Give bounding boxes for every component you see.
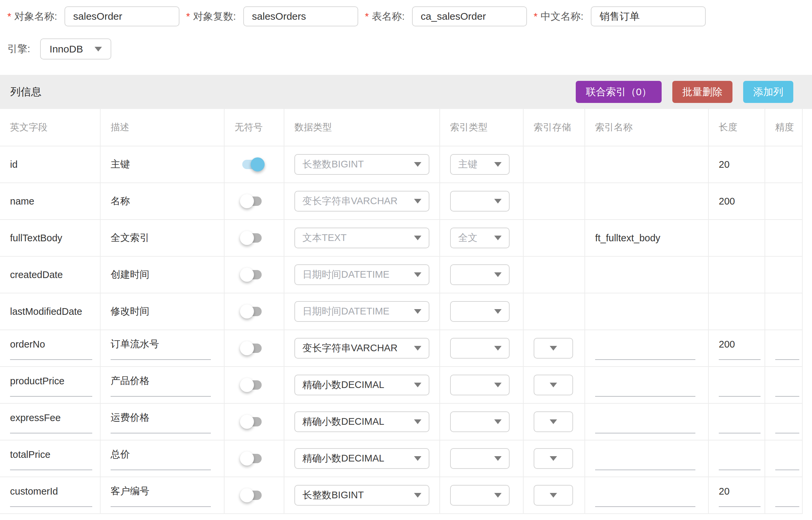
unsigned-toggle[interactable]	[242, 454, 262, 463]
field-name-input[interactable]	[10, 337, 92, 360]
unsigned-toggle[interactable]	[242, 270, 262, 279]
indextype-select[interactable]	[450, 191, 509, 211]
indextype-select[interactable]	[450, 374, 509, 395]
cell-description	[101, 440, 225, 476]
engine-select[interactable]: InnoDB	[40, 38, 111, 59]
indexstorage-select[interactable]	[534, 485, 573, 505]
cell-index-storage	[524, 404, 585, 440]
add-column-button[interactable]: 添加列	[743, 81, 793, 103]
cell-unsigned	[225, 220, 284, 256]
datatype-select[interactable]: 文本TEXT	[294, 228, 429, 248]
description-text: 名称	[111, 194, 130, 208]
indextype-select[interactable]: 全文	[450, 228, 509, 248]
description-input[interactable]	[111, 373, 211, 397]
cell-index-type	[440, 293, 524, 330]
table-name-input[interactable]	[412, 6, 527, 26]
description-input[interactable]	[111, 337, 211, 360]
datatype-select[interactable]: 变长字符串VARCHAR	[294, 338, 429, 359]
object-name-label: 对象名称:	[15, 10, 57, 23]
cell-index-name	[585, 367, 709, 403]
unsigned-toggle[interactable]	[242, 197, 262, 206]
indexstorage-select[interactable]	[534, 411, 573, 432]
description-input[interactable]	[111, 410, 211, 434]
indextype-select[interactable]	[450, 338, 509, 359]
indextype-select[interactable]: 主键	[450, 154, 509, 175]
cell-index-storage	[524, 440, 585, 476]
table-row: name名称变长字符串VARCHAR200	[0, 183, 803, 220]
precision-input[interactable]	[775, 484, 799, 507]
field-name-input[interactable]	[10, 373, 92, 397]
chevron-down-icon	[414, 346, 421, 350]
table-row: id主键长整数BIGINT主键20	[0, 146, 803, 183]
unsigned-toggle[interactable]	[242, 417, 262, 426]
union-index-button[interactable]: 联合索引（0）	[576, 81, 662, 103]
precision-input[interactable]	[775, 447, 799, 470]
datatype-select[interactable]: 日期时间DATETIME	[294, 301, 429, 322]
indexname-input[interactable]	[595, 484, 696, 507]
unsigned-toggle[interactable]	[242, 233, 262, 243]
length-input[interactable]	[719, 373, 761, 397]
table-body: id主键长整数BIGINT主键20name名称变长字符串VARCHAR200fu…	[0, 146, 812, 514]
cell-unsigned	[225, 404, 284, 440]
description-input[interactable]	[111, 484, 211, 507]
batch-delete-button[interactable]: 批量删除	[672, 81, 732, 103]
cell-length	[709, 477, 765, 513]
indexname-input[interactable]	[595, 410, 696, 434]
datatype-select[interactable]: 长整数BIGINT	[294, 154, 429, 175]
datatype-select[interactable]: 精确小数DECIMAL	[294, 411, 429, 432]
cell-index-storage	[524, 367, 585, 403]
cell-length: 200	[709, 183, 765, 219]
indextype-select[interactable]	[450, 411, 509, 432]
length-input[interactable]	[719, 410, 761, 434]
indexstorage-select[interactable]	[534, 338, 573, 359]
field-name-input[interactable]	[10, 447, 92, 470]
datatype-select[interactable]: 长整数BIGINT	[294, 485, 429, 505]
chevron-down-icon	[494, 419, 502, 424]
unsigned-toggle[interactable]	[242, 380, 262, 390]
field-name-input[interactable]	[10, 484, 92, 507]
chinese-name-input[interactable]	[591, 6, 706, 26]
unsigned-toggle[interactable]	[242, 491, 262, 500]
precision-input[interactable]	[775, 410, 799, 434]
cell-field-name	[0, 367, 101, 403]
precision-input[interactable]	[775, 373, 799, 397]
unsigned-toggle[interactable]	[242, 307, 262, 316]
field-name-text: id	[10, 159, 18, 170]
cell-index-storage	[524, 257, 585, 293]
field-name-input[interactable]	[10, 410, 92, 434]
datatype-select[interactable]: 精确小数DECIMAL	[294, 374, 429, 395]
length-input[interactable]	[719, 484, 761, 507]
cell-precision	[765, 257, 803, 293]
indexstorage-select[interactable]	[534, 374, 573, 395]
cell-field-name: id	[0, 146, 101, 182]
unsigned-toggle[interactable]	[242, 160, 262, 169]
unsigned-toggle[interactable]	[242, 343, 262, 353]
cell-index-name	[585, 183, 709, 219]
chevron-down-icon	[494, 199, 502, 204]
indexname-input[interactable]	[595, 447, 696, 470]
action-buttons: 联合索引（0） 批量删除 添加列	[576, 81, 793, 103]
precision-input[interactable]	[775, 337, 799, 360]
datatype-select[interactable]: 变长字符串VARCHAR	[294, 191, 429, 211]
indextype-select[interactable]	[450, 485, 509, 505]
length-input[interactable]	[719, 337, 761, 360]
cell-data-type: 精确小数DECIMAL	[284, 404, 440, 440]
chevron-down-icon	[414, 236, 421, 240]
indextype-select[interactable]	[450, 264, 509, 285]
indexname-input[interactable]	[595, 337, 696, 360]
indexstorage-select[interactable]	[534, 448, 573, 469]
description-input[interactable]	[111, 447, 211, 470]
field-name-text: lastModifiedDate	[10, 306, 82, 317]
datatype-select[interactable]: 精确小数DECIMAL	[294, 448, 429, 469]
length-input[interactable]	[719, 447, 761, 470]
indexname-input[interactable]	[595, 373, 696, 397]
chevron-down-icon	[95, 47, 102, 51]
object-plural-input[interactable]	[243, 6, 358, 26]
cell-index-storage	[524, 477, 585, 513]
datatype-select[interactable]: 日期时间DATETIME	[294, 264, 429, 285]
indextype-select[interactable]	[450, 448, 509, 469]
chevron-down-icon	[414, 162, 421, 167]
indextype-select[interactable]	[450, 301, 509, 322]
object-name-input[interactable]	[64, 6, 179, 26]
object-plural-label: 对象复数:	[193, 10, 236, 23]
